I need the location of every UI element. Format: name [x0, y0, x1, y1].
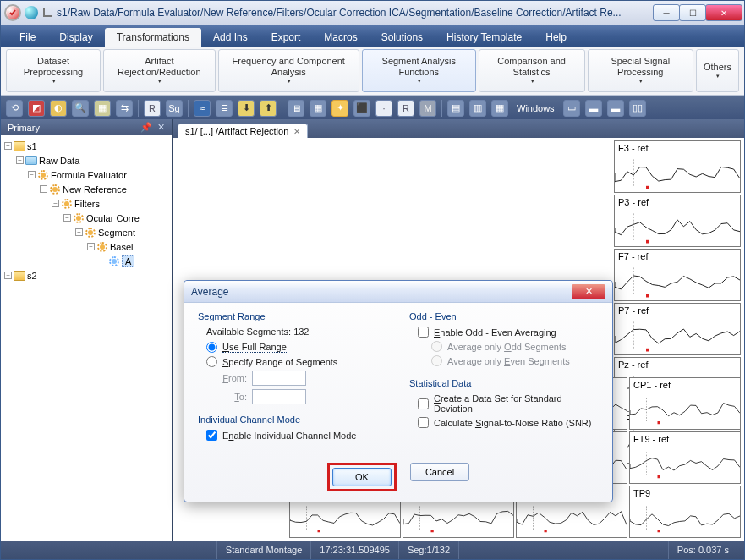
menu-macros[interactable]: Macros [312, 28, 369, 47]
tree-basel[interactable]: −Basel [4, 239, 168, 254]
tb-icon[interactable]: 🖥 [288, 100, 304, 117]
tb-icon[interactable]: ⬛ [353, 100, 370, 117]
menu-solutions[interactable]: Solutions [370, 28, 435, 47]
status-montage: Standard Montage [216, 541, 311, 559]
channel-cell[interactable]: F3 - ref [614, 140, 741, 193]
check-enable-oe-input[interactable] [418, 327, 429, 338]
channel-cell[interactable]: F7 - ref [614, 249, 741, 301]
close-button[interactable]: ✕ [705, 4, 742, 21]
tb-r-icon[interactable]: R [397, 100, 414, 117]
app-window: s1/Raw Data/Formula Evaluator/New Refere… [0, 0, 745, 560]
channel-label: Pz - ref [618, 360, 737, 370]
tb-zoom-icon[interactable]: 🔍 [72, 100, 89, 117]
maximize-button[interactable]: ☐ [679, 4, 706, 21]
menu-display[interactable]: Display [47, 28, 104, 47]
radio-full-label: se Full Range [229, 342, 287, 352]
tb-icon[interactable]: · [375, 100, 392, 117]
tb-icon[interactable]: ▦ [491, 100, 508, 117]
ribbon-dataset[interactable]: Dataset Preprocessing▾ [6, 49, 101, 92]
ribbon-special[interactable]: Special Signal Processing▾ [588, 49, 693, 92]
radio-full-range-input[interactable] [206, 342, 217, 353]
dialog-buttons: OK Cancel [184, 456, 612, 502]
check-icm-input[interactable] [206, 430, 217, 441]
ribbon-artifact[interactable]: Artifact Rejection/Reduction▾ [103, 49, 216, 92]
check-enable-oe[interactable]: Enable Odd - Even Averaging [418, 327, 599, 338]
doc-close-icon[interactable]: ✕ [293, 127, 300, 136]
cancel-button[interactable]: Cancel [410, 463, 469, 481]
tree-view[interactable]: −s1 −Raw Data −Formula Evaluator −New Re… [1, 135, 172, 541]
radio-full-range[interactable]: Use Full Range [206, 342, 387, 353]
menu-help[interactable]: Help [534, 28, 578, 47]
menu-file[interactable]: File [8, 28, 47, 47]
app-icon[interactable] [4, 4, 21, 21]
pin-icon[interactable]: 📌 [140, 122, 152, 133]
tb-icon[interactable]: ⇆ [116, 100, 133, 117]
tb-layout-icon[interactable]: ▭ [563, 100, 580, 117]
menu-history[interactable]: History Template [435, 28, 534, 47]
tb-icon[interactable]: ▦ [94, 100, 111, 117]
tree-s1[interactable]: −s1 [4, 139, 168, 153]
tb-icon[interactable]: ◩ [28, 100, 45, 117]
tb-icon[interactable]: ⟲ [6, 100, 23, 117]
check-stddev-label: Create a Data Set for Standard Deviation [434, 393, 599, 414]
tb-layout-icon[interactable]: ▬ [585, 100, 602, 117]
check-icm-label: Enable Individual Channel Mode [222, 431, 356, 441]
radio-specify-input[interactable] [206, 356, 217, 367]
statusbar: Standard Montage 17:23:31.509495 Seg:1/1… [1, 541, 744, 559]
tb-icon[interactable]: Sg [166, 100, 183, 117]
menu-transformations[interactable]: Transformations [105, 28, 201, 47]
svg-rect-7 [646, 349, 649, 352]
tb-layout-icon[interactable]: ▬ [607, 100, 624, 117]
tb-icon[interactable]: ▤ [447, 100, 464, 117]
separator [282, 100, 282, 117]
tree-s2[interactable]: +s2 [4, 268, 168, 283]
tb-r-icon[interactable]: R [144, 100, 161, 117]
ok-button[interactable]: OK [332, 468, 392, 486]
tb-m-icon[interactable]: M [419, 100, 436, 117]
ribbon-frequency[interactable]: Frequency and Component Analysis▾ [218, 49, 359, 92]
tb-icon[interactable]: ▦ [310, 100, 326, 117]
tb-icon[interactable]: ≈ [194, 100, 211, 117]
check-stddev[interactable]: Create a Data Set for Standard Deviation [418, 393, 599, 414]
ribbon-others[interactable]: Others▾ [696, 49, 739, 92]
tb-icon[interactable]: ◐ [50, 100, 67, 117]
menu-export[interactable]: Export [260, 28, 313, 47]
ribbon-comparison[interactable]: Comparison and Statistics▾ [479, 49, 585, 92]
tree-filters[interactable]: −Filters [4, 196, 168, 211]
tree-newref[interactable]: −New Reference [4, 182, 168, 196]
tb-icon[interactable]: ≣ [216, 100, 233, 117]
tree-segment[interactable]: −Segment [4, 225, 168, 239]
doc-tab[interactable]: s1/ [...] /Artifact Rejection ✕ [178, 124, 308, 138]
check-snr[interactable]: Calculate Signal-to-Noise Ratio (SNR) [418, 417, 599, 428]
dropdown-icon[interactable] [43, 8, 52, 17]
check-stddev-input[interactable] [418, 398, 429, 409]
tb-icon[interactable]: ✦ [331, 100, 348, 117]
channel-cell[interactable]: TP9 [629, 486, 741, 538]
tb-icon[interactable]: ⬆ [260, 100, 277, 117]
tree-raw[interactable]: −Raw Data [4, 153, 168, 167]
ribbon-segment[interactable]: Segment Analysis Functions▾ [362, 49, 476, 92]
tree-ocular[interactable]: −Ocular Corre [4, 211, 168, 225]
tree-a[interactable]: A [4, 254, 168, 268]
dialog-titlebar[interactable]: Average ✕ [184, 281, 612, 303]
radio-specify[interactable]: Specify Range of Segments [206, 356, 387, 367]
minimize-button[interactable]: ─ [653, 4, 680, 21]
dialog-col-right: Odd - Even Enable Odd - Even Averaging A… [409, 311, 599, 444]
check-snr-input[interactable] [418, 417, 429, 428]
menubar: File Display Transformations Add Ins Exp… [1, 25, 744, 47]
channel-cell[interactable]: CP1 - ref [629, 377, 741, 430]
radio-odd: Average only Odd Segments [431, 341, 599, 352]
channel-cell[interactable]: P3 - ref [614, 195, 741, 247]
menu-addins[interactable]: Add Ins [201, 28, 260, 47]
tb-icon[interactable]: ⬇ [238, 100, 255, 117]
tb-icon[interactable]: ▥ [469, 100, 486, 117]
to-row: To: [222, 389, 387, 404]
channel-cell[interactable]: P7 - ref [614, 303, 741, 355]
check-icm[interactable]: Enable Individual Channel Mode [206, 430, 387, 441]
close-icon[interactable]: ✕ [157, 122, 165, 133]
tree-formula[interactable]: −Formula Evaluator [4, 167, 168, 182]
tb-layout-icon[interactable]: ▯▯ [629, 100, 646, 117]
channel-cell[interactable]: FT9 - ref [629, 431, 741, 484]
dialog-close-button[interactable]: ✕ [572, 284, 605, 299]
svg-rect-27 [658, 475, 660, 478]
